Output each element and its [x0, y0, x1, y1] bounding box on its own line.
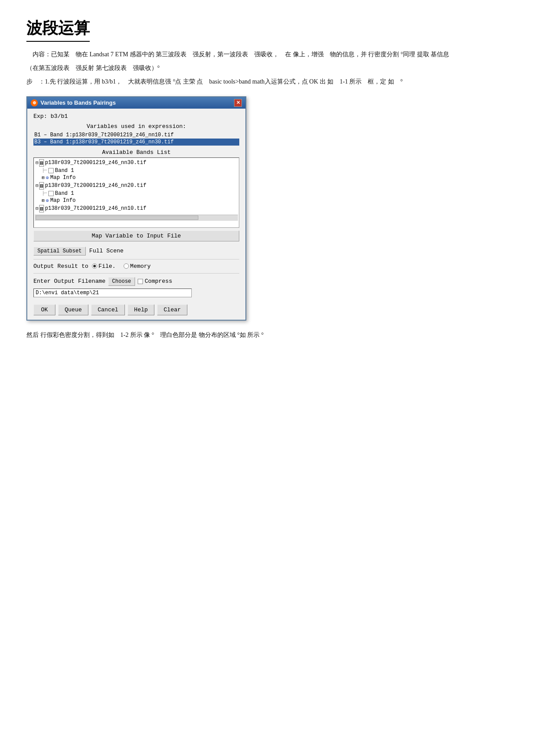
choose-button[interactable]: Choose — [108, 277, 135, 286]
divider-1 — [33, 259, 239, 259]
compress-label: Compress — [145, 278, 172, 285]
content-paragraph-3: 步 ：1.先 行波段运算，用 b3/b1， 大就表明信息强 °点 主荣 点 ba… — [26, 76, 508, 87]
tree-item-file-nn10[interactable]: ⊟ ▤ p138r039_7t20001219_z46_nn10.tif — [35, 205, 238, 213]
tree-item-file-nn30[interactable]: ⊟ ▤ p138r039_7t20001219_z46_nn30.tif — [35, 159, 238, 167]
radio-group: File. Memory — [92, 263, 151, 270]
filename-display[interactable]: D:\envi data\temp\21 — [33, 289, 192, 297]
content-paragraph-1: 内容：已知某 物在 Landsat 7 ETM 感器中的 第三波段表 强反射，第… — [26, 49, 508, 60]
tree-label-nn10: p138r039_7t20001219_z46_nn10.tif — [45, 205, 146, 212]
variable-b3-line[interactable]: B3 – Band 1:p138r039_7t20001219_z46_nn30… — [33, 139, 239, 146]
tree-item-mapinfo-nn30[interactable]: ⊞ ⊕ Map Info — [35, 174, 238, 182]
exp-label: Exp: — [33, 113, 47, 120]
ok-button[interactable]: OK — [33, 304, 55, 315]
line-icon-band1-nn20: ├─ — [42, 191, 47, 196]
tree-label-nn20: p138r039_7t20001219_z46_nn20.tif — [45, 183, 146, 189]
divider-2 — [33, 273, 239, 274]
dialog-app-icon: ⊕ — [31, 99, 38, 106]
titlebar-left: ⊕ Variables to Bands Pairings — [31, 99, 116, 106]
label-mapinfo-nn30: Map Info — [50, 175, 76, 181]
file-icon-nn30: ▤ — [39, 159, 44, 167]
queue-button[interactable]: Queue — [58, 304, 88, 315]
horiz-scroll-thumb[interactable] — [36, 215, 198, 220]
content-paragraph-2: （在第五波段表 强反射 第七波段表 强吸收）° — [26, 62, 508, 73]
tree-item-band1-nn20[interactable]: ├─ Band 1 — [35, 190, 238, 197]
dialog-close-button[interactable]: ✕ — [234, 99, 242, 107]
output-result-row: Output Result to File. Memory — [33, 263, 239, 270]
file-icon-nn10: ▤ — [39, 205, 44, 212]
label-band1-nn20: Band 1 — [55, 190, 74, 197]
variables-to-bands-dialog: ⊕ Variables to Bands Pairings ✕ Exp: b3/… — [26, 96, 246, 321]
dialog-titlebar: ⊕ Variables to Bands Pairings ✕ — [27, 97, 245, 109]
variables-heading: Variables used in expression: — [33, 123, 239, 130]
bands-list-label: Available Bands List — [33, 149, 239, 156]
horiz-scrollbar[interactable] — [35, 215, 238, 221]
spatial-value: Full Scene — [89, 248, 124, 254]
filename-label: Enter Output Filename — [33, 278, 106, 285]
tree-item-mapinfo-nn20[interactable]: ⊞ ⊕ Map Info — [35, 197, 238, 205]
expand-icon-mapinfo-nn30: ⊞ — [42, 175, 44, 180]
radio-file-circle[interactable] — [92, 263, 97, 269]
file-icon-nn20: ▤ — [39, 182, 44, 190]
exp-row: Exp: b3/b1 — [33, 113, 239, 120]
radio-file[interactable]: File. — [92, 263, 116, 270]
expand-icon-nn30: ⊟ — [36, 160, 38, 165]
bottom-paragraph: 然后 行假彩色密度分割，得到如 1-2 所示 像 ° 理白色部分是 物分布的区域… — [26, 329, 508, 340]
exp-value: b3/b1 — [51, 113, 68, 120]
cancel-button[interactable]: Cancel — [91, 304, 125, 315]
tree-label-nn30: p138r039_7t20001219_z46_nn30.tif — [45, 160, 146, 166]
dialog-title: Variables to Bands Pairings — [40, 99, 116, 106]
globe-icon-nn30: ⊕ — [46, 175, 49, 181]
help-button[interactable]: Help — [128, 304, 154, 315]
checkbox-band1-nn30[interactable] — [48, 168, 54, 173]
spatial-subset-button[interactable]: Spatial Subset — [33, 247, 86, 256]
dialog-body: Exp: b3/b1 Variables used in expression:… — [27, 109, 245, 320]
tree-item-file-nn20[interactable]: ⊟ ▤ p138r039_7t20001219_z46_nn20.tif — [35, 182, 238, 190]
globe-icon-nn20: ⊕ — [46, 197, 49, 204]
spatial-subset-row: Spatial Subset Full Scene — [33, 247, 239, 256]
tree-item-band1-nn30[interactable]: ├─ Band 1 — [35, 167, 238, 174]
label-band1-nn30: Band 1 — [55, 168, 74, 174]
radio-file-label: File. — [99, 263, 116, 270]
radio-memory-circle[interactable] — [124, 263, 129, 269]
expand-icon-mapinfo-nn20: ⊞ — [42, 198, 44, 203]
map-variable-button[interactable]: Map Variable to Input File — [33, 230, 239, 241]
compress-checkbox[interactable] — [138, 279, 143, 284]
expand-icon-nn20: ⊟ — [36, 183, 38, 188]
radio-memory-label: Memory — [130, 263, 151, 270]
radio-memory[interactable]: Memory — [124, 263, 151, 270]
label-mapinfo-nn20: Map Info — [50, 197, 76, 204]
page-title: 波段运算 — [26, 18, 90, 42]
filename-row: Enter Output Filename Choose Compress — [33, 277, 239, 286]
bands-list[interactable]: ⊟ ▤ p138r039_7t20001219_z46_nn30.tif ├─ … — [33, 157, 239, 228]
checkbox-band1-nn20[interactable] — [48, 191, 54, 196]
variable-b1-line: B1 – Band 1:p138r039_7t20001219_z46_nn10… — [33, 131, 239, 139]
compress-row: Compress — [138, 278, 172, 285]
dialog-container: ⊕ Variables to Bands Pairings ✕ Exp: b3/… — [26, 96, 508, 321]
dialog-buttons-row: OK Queue Cancel Help Clear — [33, 302, 239, 315]
line-icon-band1-nn30: ├─ — [42, 168, 47, 173]
clear-button[interactable]: Clear — [157, 304, 187, 315]
output-label: Output Result to — [33, 263, 88, 270]
expand-icon-nn10: ⊟ — [36, 206, 38, 211]
